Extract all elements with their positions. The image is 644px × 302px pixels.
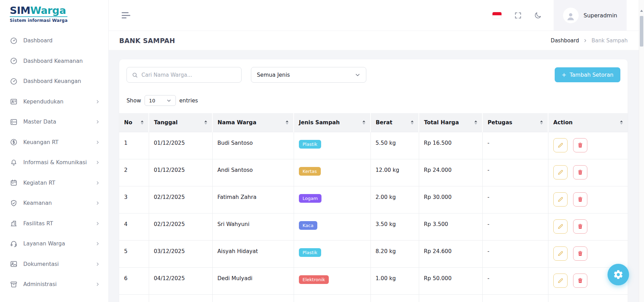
breadcrumb-current: Bank Sampah: [592, 37, 628, 44]
cell-petugas: -: [482, 159, 548, 186]
app-title-suffix: Warga: [30, 5, 66, 16]
app-logo[interactable]: SIMWarga Sistem informasi Warga: [0, 0, 108, 31]
sidebar-item-label: Administrasi: [23, 281, 95, 287]
sort-icon: [204, 120, 207, 125]
delete-button[interactable]: [573, 192, 587, 207]
cell-tanggal: 03/12/2025: [149, 240, 212, 267]
cell-jenis: Elektronik: [294, 267, 370, 294]
trash-icon: [577, 277, 584, 284]
archive-icon: [10, 280, 18, 288]
table-row: 101/12/2025Budi SantosoPlastik5.50 kgRp …: [119, 132, 628, 159]
column-label: Jenis Sampah: [299, 119, 340, 126]
search-input[interactable]: [141, 72, 236, 78]
delete-button[interactable]: [573, 165, 587, 179]
edit-button[interactable]: [553, 192, 568, 207]
cell-jenis: Kertas: [294, 159, 370, 186]
sidebar-item-dokumentasi[interactable]: Dokumentasi: [0, 254, 108, 275]
edit-button[interactable]: [553, 138, 568, 152]
cell-total: Rp 24.600: [419, 240, 482, 267]
cell-nama: Andi Santoso: [212, 159, 294, 186]
cell-no: 2: [119, 159, 149, 186]
jenis-filter-select[interactable]: Semua Jenis: [251, 67, 366, 83]
delete-button[interactable]: [573, 219, 587, 234]
page-scrollbar[interactable]: [639, 0, 644, 302]
sidebar-item-dashboard-keamanan[interactable]: Dashboard Keamanan: [0, 51, 108, 72]
page-size-select[interactable]: 10: [145, 95, 176, 106]
user-menu[interactable]: Superadmin: [554, 0, 627, 31]
settings-fab[interactable]: [608, 264, 629, 285]
delete-button[interactable]: [573, 246, 587, 261]
language-flag-icon[interactable]: [492, 12, 502, 18]
add-setoran-label: Tambah Setoran: [570, 72, 613, 78]
column-header-berat[interactable]: Berat: [370, 113, 419, 132]
avatar: [563, 8, 579, 23]
sort-icon: [540, 120, 543, 125]
jenis-badge: Kaca: [299, 221, 317, 230]
sidebar-item-kependudukan[interactable]: Kependudukan: [0, 92, 108, 112]
table-row: 503/12/2025Aisyah HidayatPlastik8.20 kgR…: [119, 240, 628, 267]
sidebar-item-dashboard-keuangan[interactable]: Dashboard Keuangan: [0, 71, 108, 92]
edit-button[interactable]: [553, 274, 568, 288]
sidebar-item-informasi-komunikasi[interactable]: Informasi & Komunikasi: [0, 152, 108, 173]
add-setoran-button[interactable]: Tambah Setoran: [555, 67, 620, 82]
column-header-no[interactable]: No: [119, 113, 149, 132]
chevron-right-icon: [95, 282, 100, 287]
delete-button[interactable]: [573, 138, 587, 152]
column-header-petugas[interactable]: Petugas: [482, 113, 548, 132]
jenis-badge: Plastik: [299, 140, 321, 149]
chevron-down-icon: [355, 72, 360, 78]
cell-jenis: Plastik: [294, 240, 370, 267]
edit-button[interactable]: [553, 246, 568, 261]
column-header-jenis-sampah[interactable]: Jenis Sampah: [294, 113, 370, 132]
column-header-total-harga[interactable]: Total Harga: [419, 113, 482, 132]
cell-no: 5: [119, 240, 149, 267]
cell-no: 3: [119, 186, 149, 213]
sidebar-item-keamanan[interactable]: Keamanan: [0, 193, 108, 213]
sidebar-item-dashboard[interactable]: Dashboard: [0, 31, 108, 51]
page-title: BANK SAMPAH: [119, 37, 175, 44]
sidebar-item-fasilitas-rt[interactable]: Fasilitas RT: [0, 213, 108, 234]
chevron-right-icon: [95, 99, 100, 104]
sidebar-item-label: Dashboard Keuangan: [23, 78, 100, 84]
column-header-nama-warga[interactable]: Nama Warga: [212, 113, 294, 132]
sort-icon: [141, 120, 144, 125]
sidebar-item-keuangan-rt[interactable]: Keuangan RT: [0, 132, 108, 153]
menu-toggle-icon[interactable]: [122, 12, 131, 18]
edit-button[interactable]: [553, 165, 568, 179]
sidebar-item-administrasi[interactable]: Administrasi: [0, 274, 108, 295]
sidebar-item-layanan-warga[interactable]: Layanan Warga: [0, 234, 108, 254]
sidebar-item-master-data[interactable]: Master Data: [0, 112, 108, 132]
topbar-actions: Superadmin: [492, 0, 627, 31]
chevron-down-icon: [166, 98, 171, 103]
chevron-right-icon: [95, 262, 100, 267]
fullscreen-icon[interactable]: [514, 11, 522, 19]
image-icon: [10, 260, 18, 268]
column-header-tanggal[interactable]: Tanggal: [149, 113, 212, 132]
trash-icon: [577, 196, 584, 203]
breadcrumb: Dashboard Bank Sampah: [551, 37, 628, 44]
sidebar-item-label: Keamanan: [23, 200, 95, 206]
pencil-icon: [557, 223, 564, 230]
cell-petugas: -: [482, 240, 548, 267]
search-box: [127, 67, 242, 83]
delete-button[interactable]: [573, 274, 587, 288]
cell-berat: 3.50 kg: [370, 213, 419, 240]
cell-berat: 2.00 kg: [370, 186, 419, 213]
breadcrumb-parent[interactable]: Dashboard: [551, 37, 579, 44]
cell-tanggal: 02/12/2025: [149, 186, 212, 213]
cell-jenis: Plastik: [294, 132, 370, 159]
column-label: Total Harga: [424, 119, 459, 126]
dollar-circle-icon: [10, 138, 18, 146]
column-header-action[interactable]: Action: [548, 113, 628, 132]
chevron-right-icon: [95, 160, 100, 165]
shield-check-icon: [10, 199, 18, 207]
scrollbar-up-arrow[interactable]: [640, 10, 643, 12]
dark-mode-toggle-icon[interactable]: [534, 11, 542, 19]
scrollbar-thumb[interactable]: [640, 16, 643, 47]
building-icon: [10, 219, 18, 227]
edit-button[interactable]: [553, 219, 568, 234]
gauge-icon: [10, 77, 18, 85]
sidebar-item-kegiatan-rt[interactable]: Kegiatan RT: [0, 173, 108, 193]
sidebar: SIMWarga Sistem informasi Warga Dashboar…: [0, 0, 109, 302]
cell-nama: Sri Wahyuni: [212, 213, 294, 240]
